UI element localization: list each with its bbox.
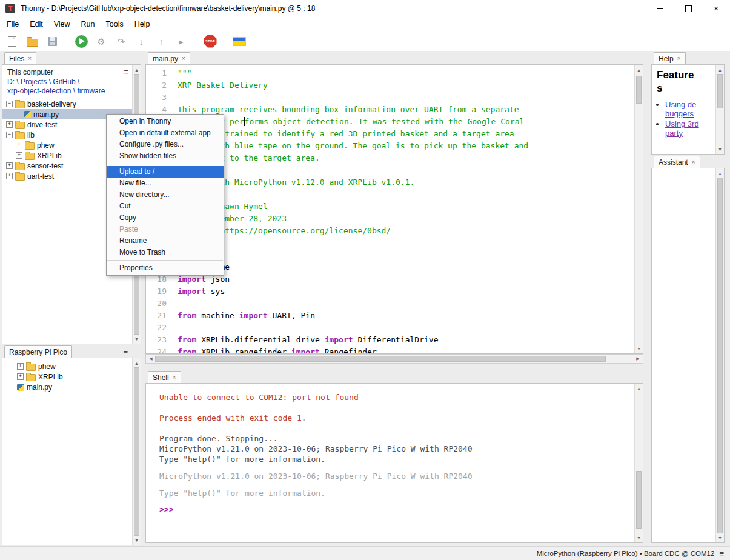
menu-item-run[interactable]: Run bbox=[76, 17, 101, 32]
tab-help-close-icon[interactable]: × bbox=[677, 56, 681, 62]
stop-button[interactable]: STOP bbox=[203, 33, 217, 49]
expand-icon[interactable]: + bbox=[6, 121, 13, 128]
tree-item-phew[interactable]: +phew bbox=[13, 361, 141, 372]
tab-assistant[interactable]: Assistant × bbox=[654, 156, 700, 168]
context-menu-item-open-in-thonny[interactable]: Open in Thonny bbox=[107, 116, 224, 127]
tab-files-close-icon[interactable]: × bbox=[28, 56, 32, 62]
open-file-button[interactable] bbox=[25, 33, 39, 49]
context-menu-item-open-in-default-external-app[interactable]: Open in default external app bbox=[107, 127, 224, 139]
context-menu-item-copy[interactable]: Copy bbox=[107, 212, 224, 224]
scrollbar-thumb[interactable] bbox=[717, 74, 723, 108]
tab-main-py-close-icon[interactable]: × bbox=[182, 56, 185, 62]
step-into-button[interactable]: ↓ bbox=[134, 33, 148, 49]
scroll-down-icon[interactable]: ▼ bbox=[716, 533, 724, 542]
close-button[interactable]: × bbox=[702, 0, 730, 17]
scrollbar-thumb[interactable] bbox=[155, 356, 606, 362]
collapse-icon[interactable]: − bbox=[6, 132, 13, 138]
expand-icon[interactable]: + bbox=[17, 373, 24, 380]
tab-raspberry-pi-pico[interactable]: Raspberry Pi Pico bbox=[4, 345, 72, 358]
shell-scrollbar[interactable]: ▲ ▼ bbox=[634, 384, 643, 542]
expand-icon[interactable]: + bbox=[16, 142, 22, 148]
menu-item-edit[interactable]: Edit bbox=[24, 17, 48, 32]
step-out-button[interactable]: ↑ bbox=[154, 33, 168, 49]
expand-icon[interactable]: + bbox=[17, 363, 24, 370]
run-button[interactable] bbox=[74, 33, 88, 49]
tree-item-xrplib[interactable]: +XRPLib bbox=[13, 372, 141, 382]
code-line: 24from XRPLib.rangefinder import Rangefi… bbox=[146, 346, 634, 353]
context-menu-item-cut[interactable]: Cut bbox=[107, 201, 224, 212]
resume-button[interactable]: ▸ bbox=[174, 33, 188, 49]
scroll-left-icon[interactable]: ◀ bbox=[147, 355, 155, 363]
expand-icon[interactable]: + bbox=[6, 162, 13, 169]
context-menu-item-configure-py-files[interactable]: Configure .py files... bbox=[107, 139, 224, 150]
scroll-down-icon[interactable]: ▼ bbox=[716, 145, 724, 153]
help-panel: Features Using debuggersUsing 3rd party … bbox=[651, 64, 725, 155]
context-menu-item-new-file[interactable]: New file... bbox=[107, 178, 224, 189]
assistant-scrollbar[interactable]: ▲ ▼ bbox=[715, 168, 724, 542]
tab-shell-label: Shell bbox=[153, 373, 169, 382]
collapse-icon[interactable]: − bbox=[6, 101, 13, 107]
pico-menu-icon[interactable]: ≡ bbox=[123, 347, 128, 355]
context-menu-item-new-directory[interactable]: New directory... bbox=[107, 189, 224, 201]
tab-shell[interactable]: Shell × bbox=[148, 371, 181, 384]
scroll-up-icon[interactable]: ▲ bbox=[133, 359, 141, 367]
minimize-button[interactable] bbox=[646, 0, 674, 17]
menu-item-file[interactable]: File bbox=[1, 17, 24, 32]
this-computer-row[interactable]: This computer ≡ bbox=[2, 65, 141, 78]
menubar: FileEditViewRunToolsHelp bbox=[0, 17, 730, 32]
folder-icon bbox=[15, 132, 25, 139]
tree-item-basket-delivery[interactable]: −basket-delivery bbox=[2, 99, 141, 109]
debug-button[interactable]: ⚙ bbox=[94, 33, 108, 49]
help-link-using-3rd-party[interactable]: Using 3rd party bbox=[665, 119, 699, 138]
save-icon bbox=[48, 37, 57, 46]
menu-item-view[interactable]: View bbox=[48, 17, 76, 32]
pico-panel: +phew+XRPLibmain.py ▲ ▼ bbox=[2, 358, 141, 545]
context-menu-item-move-to-trash[interactable]: Move to Trash bbox=[107, 247, 224, 258]
line-number: 22 bbox=[146, 322, 167, 334]
scrollbar-thumb[interactable] bbox=[636, 471, 642, 529]
scroll-down-icon[interactable]: ▼ bbox=[133, 335, 141, 343]
line-number: 23 bbox=[146, 334, 167, 346]
scrollbar-thumb[interactable] bbox=[717, 178, 723, 533]
menu-item-help[interactable]: Help bbox=[129, 17, 156, 32]
expand-icon[interactable]: + bbox=[16, 152, 22, 159]
help-scrollbar[interactable]: ▲ ▼ bbox=[715, 65, 724, 154]
scroll-up-icon[interactable]: ▲ bbox=[716, 65, 724, 74]
context-menu-item-show-hidden-files[interactable]: Show hidden files bbox=[107, 150, 224, 162]
tree-item-main-py[interactable]: main.py bbox=[13, 382, 141, 392]
statusbar-menu-icon[interactable]: ≡ bbox=[719, 550, 724, 558]
files-menu-icon[interactable]: ≡ bbox=[124, 68, 128, 76]
scroll-up-icon[interactable]: ▲ bbox=[133, 65, 141, 74]
toolbar: ⚙ ↷ ↓ ↑ ▸ STOP bbox=[0, 32, 730, 51]
maximize-button[interactable] bbox=[674, 0, 702, 17]
expand-icon[interactable]: + bbox=[6, 173, 13, 179]
tab-files[interactable]: Files × bbox=[4, 52, 36, 65]
help-link-using-debuggers[interactable]: Using debuggers bbox=[665, 100, 696, 118]
context-menu-item-paste[interactable]: Paste bbox=[107, 224, 224, 235]
context-menu-item-upload-to[interactable]: Upload to / bbox=[107, 166, 224, 178]
scroll-right-icon[interactable]: ▶ bbox=[634, 355, 642, 363]
scroll-up-icon[interactable]: ▲ bbox=[716, 169, 724, 178]
scroll-down-icon[interactable]: ▼ bbox=[133, 536, 141, 544]
tab-help[interactable]: Help × bbox=[654, 52, 686, 65]
step-over-button[interactable]: ↷ bbox=[114, 33, 128, 49]
scroll-down-icon[interactable]: ▼ bbox=[635, 533, 643, 542]
context-menu-item-rename[interactable]: Rename bbox=[107, 235, 224, 247]
scroll-up-icon[interactable]: ▲ bbox=[635, 384, 643, 393]
editor-scrollbar[interactable]: ▲ ▼ bbox=[634, 65, 643, 353]
pico-scrollbar[interactable]: ▲ ▼ bbox=[132, 358, 141, 545]
scroll-up-icon[interactable]: ▲ bbox=[635, 65, 643, 74]
shell-terminal[interactable]: Unable to connect to COM12: port not fou… bbox=[145, 383, 643, 543]
tab-shell-close-icon[interactable]: × bbox=[173, 375, 176, 381]
context-menu-item-properties[interactable]: Properties bbox=[107, 262, 224, 274]
menu-item-tools[interactable]: Tools bbox=[101, 17, 129, 32]
scrollbar-thumb[interactable] bbox=[636, 76, 642, 104]
tab-main-py[interactable]: main.py × bbox=[148, 52, 190, 65]
tab-assistant-close-icon[interactable]: × bbox=[692, 159, 695, 165]
editor-horizontal-scrollbar[interactable]: ◀ ▶ bbox=[145, 354, 643, 364]
ukraine-flag-button[interactable] bbox=[232, 33, 247, 49]
save-file-button[interactable] bbox=[45, 33, 59, 49]
scrollbar-thumb[interactable] bbox=[134, 367, 139, 536]
scroll-down-icon[interactable]: ▼ bbox=[635, 344, 643, 353]
new-file-button[interactable] bbox=[5, 33, 19, 49]
